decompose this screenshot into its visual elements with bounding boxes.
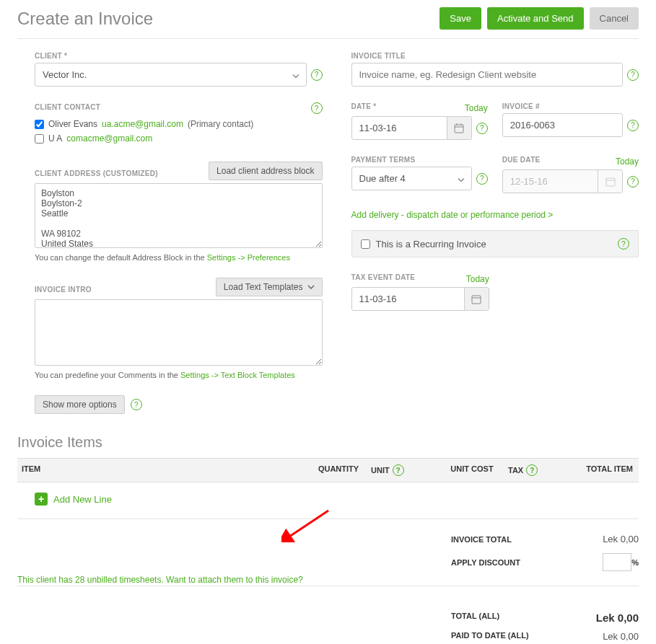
balance-block: TOTAL (ALL) Lek 0,00 PAID TO DATE (ALL) … — [17, 598, 639, 644]
client-label: CLIENT * — [35, 52, 323, 60]
recurring-label[interactable]: This is a Recurring Invoice — [361, 239, 486, 250]
svg-rect-0 — [455, 125, 463, 133]
address-hint: You can change the default Address Block… — [35, 253, 323, 262]
add-line-link[interactable]: Add New Line — [53, 494, 112, 505]
plus-icon: + — [35, 493, 48, 506]
date-label: DATE * — [351, 102, 377, 110]
invoice-no-label: INVOICE # — [502, 102, 639, 110]
header-actions: Save Activate and Send Cancel — [439, 7, 639, 30]
calendar-icon[interactable] — [447, 117, 471, 139]
today-link[interactable]: Today — [616, 156, 639, 167]
activate-send-button[interactable]: Activate and Send — [487, 7, 584, 30]
chevron-down-icon — [307, 285, 315, 289]
page-title: Create an Invoice — [17, 9, 153, 29]
invoice-total-label: INVOICE TOTAL — [451, 535, 512, 544]
intro-hint: You can predefine your Comments in the S… — [35, 371, 323, 379]
intro-textarea[interactable] — [35, 299, 323, 366]
intro-label: INVOICE INTRO — [35, 286, 92, 294]
discount-value: % — [603, 553, 639, 571]
due-label: DUE DATE — [502, 156, 541, 164]
col-total: TOTAL ITEM — [566, 464, 639, 476]
col-tax: TAX? — [508, 464, 566, 476]
client-select[interactable]: Vector Inc. — [35, 63, 307, 87]
help-icon[interactable]: ? — [393, 464, 404, 476]
svg-rect-4 — [606, 178, 615, 186]
contact-suffix: (Primary contact) — [188, 119, 253, 129]
load-templates-button[interactable]: Load Text Templates — [216, 278, 323, 296]
settings-link[interactable]: Settings -> Preferences — [207, 253, 290, 262]
help-icon[interactable]: ? — [618, 238, 629, 250]
help-icon[interactable]: ? — [627, 120, 639, 131]
recurring-box: This is a Recurring Invoice ? — [351, 230, 639, 257]
invoice-no-input[interactable] — [502, 113, 623, 137]
recurring-checkbox[interactable] — [361, 239, 370, 249]
contact-row: U A comacme@gmail.com — [35, 131, 323, 146]
contact-name: Oliver Evans — [48, 119, 97, 129]
page-header: Create an Invoice Save Activate and Send… — [17, 7, 639, 39]
col-qty: QUANTITY — [306, 464, 371, 476]
contact-email-link[interactable]: comacme@gmail.com — [66, 133, 152, 144]
paid-value: Lek 0,00 — [603, 631, 639, 642]
unbilled-timesheets-link[interactable]: This client has 28 unbilled timesheets. … — [17, 575, 639, 585]
col-item: ITEM — [17, 464, 306, 476]
help-icon[interactable]: ? — [627, 176, 639, 188]
help-icon[interactable]: ? — [476, 123, 488, 134]
help-icon[interactable]: ? — [131, 399, 142, 410]
contact-label: CLIENT CONTACT — [35, 103, 100, 111]
col-cost: UNIT COST — [436, 464, 508, 476]
paid-label: PAID TO DATE (ALL) — [451, 631, 529, 642]
calendar-icon[interactable] — [464, 288, 489, 310]
contact-row: Oliver Evans ua.acme@gmail.com (Primary … — [35, 117, 323, 131]
load-address-button[interactable]: Load client address block — [209, 162, 322, 180]
invoice-title-input[interactable] — [351, 63, 624, 87]
today-link[interactable]: Today — [466, 274, 489, 284]
discount-input[interactable] — [603, 553, 631, 571]
contact-name: U A — [48, 133, 62, 144]
templates-link[interactable]: Settings -> Text Block Templates — [180, 371, 295, 379]
add-delivery-link[interactable]: Add delivery - dispatch date or performa… — [351, 210, 554, 220]
svg-rect-6 — [472, 296, 481, 304]
address-textarea[interactable] — [35, 183, 323, 248]
total-all-label: TOTAL (ALL) — [451, 612, 499, 624]
contact-checkbox[interactable] — [35, 134, 44, 144]
terms-label: PAYMENT TERMS — [351, 156, 488, 164]
terms-select[interactable]: Due after 4 — [351, 167, 472, 190]
items-header-row: ITEM QUANTITY UNIT? UNIT COST TAX? TOTAL… — [17, 458, 639, 482]
total-all-value: Lek 0,00 — [596, 612, 639, 624]
tax-event-label: TAX EVENT DATE — [351, 273, 416, 281]
calendar-icon[interactable] — [598, 170, 622, 193]
help-icon[interactable]: ? — [311, 102, 323, 114]
help-icon[interactable]: ? — [311, 69, 323, 81]
discount-label: APPLY DISCOUNT — [451, 558, 520, 567]
show-more-options-button[interactable]: Show more options — [35, 395, 125, 414]
today-link[interactable]: Today — [465, 103, 488, 113]
items-title: Invoice Items — [17, 434, 639, 451]
add-line-row[interactable]: + Add New Line — [17, 482, 639, 519]
cancel-button[interactable]: Cancel — [590, 7, 639, 30]
save-button[interactable]: Save — [439, 7, 481, 30]
help-icon[interactable]: ? — [627, 69, 639, 81]
address-label: CLIENT ADDRESS (CUSTOMIZED) — [35, 169, 158, 177]
help-icon[interactable]: ? — [476, 173, 488, 185]
help-icon[interactable]: ? — [526, 464, 538, 476]
invoice-total-value: Lek 0,00 — [603, 534, 639, 544]
invoice-title-label: INVOICE TITLE — [351, 52, 639, 60]
contact-email-link[interactable]: ua.acme@gmail.com — [102, 119, 183, 129]
contact-checkbox[interactable] — [35, 120, 44, 129]
col-unit: UNIT? — [371, 464, 436, 476]
